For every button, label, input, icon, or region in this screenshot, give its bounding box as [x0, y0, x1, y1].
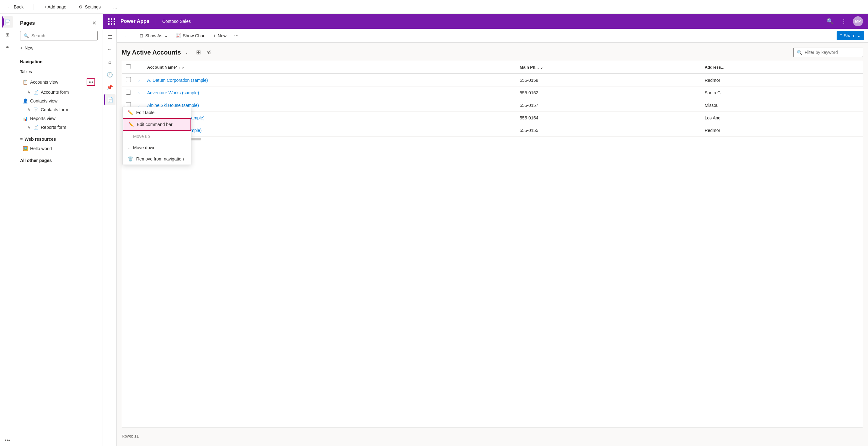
active-indicator — [3, 18, 4, 26]
search-input[interactable] — [31, 33, 94, 38]
phone-3: 555-0157 — [516, 99, 701, 111]
row-checkbox-2[interactable] — [126, 90, 131, 95]
phone-1: 555-0158 — [516, 74, 701, 87]
home-icon: ⌂ — [108, 59, 112, 65]
show-as-button[interactable]: ⊟ Show As ⌄ — [136, 31, 171, 40]
sidebar-more-btn[interactable]: ••• — [2, 435, 13, 446]
content-nav-home[interactable]: ⌂ — [104, 57, 116, 68]
col-main-phone[interactable]: Main Ph... ⌄ — [516, 61, 701, 74]
account-name-2[interactable]: Adventure Works (sample) — [144, 87, 516, 99]
new-plus-icon: + — [213, 33, 216, 38]
title-chevron-icon: ⌄ — [185, 50, 189, 55]
more-options-button[interactable]: ... — [111, 3, 120, 11]
address-2: Santa C — [701, 87, 863, 99]
filter-keyword-input[interactable] — [805, 50, 860, 55]
select-all-checkbox[interactable] — [126, 64, 131, 69]
row-chevron-1[interactable]: › — [138, 78, 140, 83]
table-row: › City Power & Light (sample) 555-0155 R… — [122, 124, 863, 137]
edit-command-bar-icon: ✏️ — [128, 122, 134, 127]
data-table: Account Name* ↑ ⌄ Main Ph... ⌄ — [122, 61, 863, 137]
main-layout: 📄 ⊞ ⚭ ••• Pages ✕ 🔍 + New Navigation Tab… — [0, 14, 868, 446]
phone-2: 555-0152 — [516, 87, 701, 99]
table-header-row: Account Name* ↑ ⌄ Main Ph... ⌄ — [122, 61, 863, 74]
contacts-view-icon: 👤 — [23, 98, 28, 103]
table-row: › Alpine Ski House (sample) 555-0157 Mis… — [122, 99, 863, 111]
nav-item-accounts-view[interactable]: 📋 Accounts view ••• — [20, 76, 98, 88]
cmd-divider1 — [134, 33, 134, 39]
nav-item-reports-form[interactable]: ↳ 📄 Reports form — [20, 123, 98, 132]
show-as-icon: ⊟ — [140, 33, 144, 38]
move-down-label: Move down — [133, 145, 156, 150]
content-nav-back[interactable]: ← — [104, 44, 116, 55]
account-name-5[interactable]: City Power & Light (sample) — [144, 124, 516, 137]
sub-indent-icon3: ↳ — [28, 125, 31, 130]
context-edit-command-bar[interactable]: ✏️ Edit command bar — [123, 118, 191, 131]
column-chooser-button[interactable]: ⊞ — [195, 48, 202, 57]
content-nav-pin[interactable]: 📌 — [104, 81, 116, 93]
close-icon: ✕ — [92, 21, 96, 26]
nav-item-reports-view[interactable]: 📊 Reports view — [20, 114, 98, 123]
search-icon: 🔍 — [24, 33, 29, 38]
pin-icon: 📌 — [107, 84, 113, 90]
filter-button[interactable]: ⫷ — [205, 48, 213, 57]
nav-item-contacts-view[interactable]: 👤 Contacts view — [20, 97, 98, 105]
sort-asc-icon: ↑ — [179, 66, 180, 69]
context-remove-from-nav[interactable]: 🗑️ Remove from navigation — [123, 153, 191, 165]
share-icon: ⤴ — [840, 33, 842, 38]
nav-item-contacts-form[interactable]: ↳ 📄 Contacts form — [20, 105, 98, 114]
sidebar-pages-btn[interactable]: 📄 — [2, 16, 13, 28]
col-address: Address... — [701, 61, 863, 74]
back-button[interactable]: ← Back — [5, 3, 26, 11]
table-body: › A. Datum Corporation (sample) 555-0158… — [122, 74, 863, 137]
nav-item-hello-world[interactable]: 🖼️ Hello world — [20, 144, 98, 153]
context-edit-table[interactable]: ✏️ Edit table — [123, 107, 191, 118]
new-page-button[interactable]: + New — [20, 44, 98, 52]
pa-portal-name: Contoso Sales — [162, 19, 191, 24]
nav-item-accounts-form[interactable]: ↳ 📄 Accounts form — [20, 88, 98, 97]
data-area: My Active Accounts ⌄ ⊞ ⫷ 🔍 — [117, 43, 868, 446]
content-inner: ☰ ← ⌂ 🕐 📌 📄 — [103, 29, 868, 446]
table-row: › A. Datum Corporation (sample) 555-0158… — [122, 74, 863, 87]
col-account-name[interactable]: Account Name* ↑ ⌄ — [144, 61, 516, 74]
content-nav-page[interactable]: 📄 — [104, 94, 116, 105]
content-nav-menu[interactable]: ☰ — [104, 31, 116, 43]
settings-button[interactable]: ⚙ Settings — [76, 3, 103, 11]
share-button[interactable]: ⤴ Share ⌄ — [837, 31, 864, 40]
account-name-3[interactable]: Alpine Ski House (sample) — [144, 99, 516, 111]
remove-icon: 🗑️ — [128, 157, 133, 162]
add-page-button[interactable]: + Add page — [41, 3, 69, 11]
accounts-view-more-button[interactable]: ••• — [87, 78, 95, 86]
grid-icon — [108, 18, 116, 25]
cmd-back-button[interactable]: ← — [121, 31, 131, 40]
reports-form-icon: 📄 — [33, 125, 38, 130]
pa-more-button[interactable]: ⋮ — [840, 16, 848, 26]
contacts-form-icon: 📄 — [33, 107, 38, 112]
cmd-more-button[interactable]: ⋯ — [231, 31, 242, 40]
filter-search-icon: 🔍 — [797, 50, 802, 55]
show-chart-icon: 📈 — [176, 33, 181, 38]
row-checkbox-1[interactable] — [126, 77, 131, 82]
table-icon: ⊞ — [5, 32, 9, 38]
pages-icon: 📄 — [5, 19, 11, 25]
account-name-4[interactable]: Blue Yonder Airlines (sample) — [144, 111, 516, 124]
new-record-button[interactable]: + New — [210, 31, 230, 40]
address-1: Redmor — [701, 74, 863, 87]
pa-search-button[interactable]: 🔍 — [825, 16, 835, 26]
context-move-down[interactable]: ↓ Move down — [123, 142, 191, 153]
content-nav-recent[interactable]: 🕐 — [104, 69, 116, 80]
sidebar-connections-btn[interactable]: ⚭ — [2, 41, 13, 53]
sidebar-table-btn[interactable]: ⊞ — [2, 29, 13, 40]
search-box: 🔍 — [20, 31, 98, 40]
accounts-view-icon: 📋 — [23, 80, 28, 84]
account-name-1[interactable]: A. Datum Corporation (sample) — [144, 74, 516, 87]
main-data-area: ← ⊟ Show As ⌄ 📈 Show Chart + New — [117, 29, 868, 446]
context-move-up: ↑ Move up — [123, 131, 191, 142]
show-chart-button[interactable]: 📈 Show Chart — [172, 31, 209, 40]
remove-from-nav-label: Remove from navigation — [136, 157, 184, 162]
col-chevron-header — [135, 61, 144, 74]
row-chevron-2[interactable]: › — [138, 91, 140, 95]
pa-avatar[interactable]: MP — [853, 16, 863, 26]
pages-panel-title: Pages — [20, 21, 35, 26]
close-panel-button[interactable]: ✕ — [91, 19, 98, 27]
filter-icon: ⫷ — [206, 49, 212, 56]
